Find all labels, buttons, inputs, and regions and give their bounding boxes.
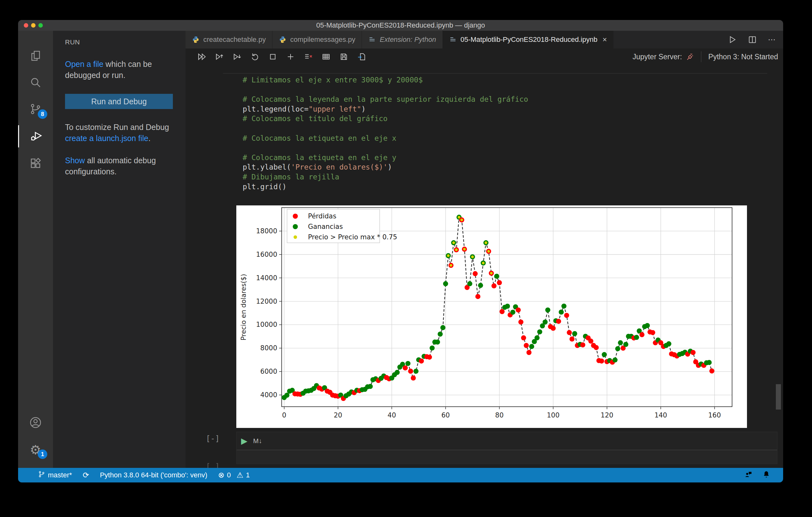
sidebar-item-source-control[interactable]: 8 xyxy=(18,99,53,121)
accounts-button[interactable] xyxy=(18,412,53,434)
code-line[interactable]: # Colocamos la etiqueta en el eje y xyxy=(243,153,528,162)
sync-icon: ⟳ xyxy=(83,472,89,479)
source-control-badge: 8 xyxy=(38,109,47,119)
python-interpreter-item[interactable]: Python 3.8.0 64-bit ('combo': venv) xyxy=(100,471,207,479)
sync-item[interactable]: ⟳ xyxy=(83,472,89,479)
svg-text:4000: 4000 xyxy=(260,391,277,399)
interrupt-icon[interactable] xyxy=(268,52,278,61)
run-below-icon[interactable] xyxy=(232,52,242,61)
svg-text:16000: 16000 xyxy=(256,251,277,258)
cell-collapse-marker[interactable]: [-] xyxy=(206,434,220,443)
scrollbar-thumb[interactable] xyxy=(776,384,781,409)
search-icon xyxy=(29,76,42,90)
extensions-icon xyxy=(29,157,42,171)
notebook-toolbar-icons xyxy=(185,52,366,61)
svg-text:80: 80 xyxy=(495,412,504,419)
notebook-body: # Limitamos el eje x entre 3000$ y 20000… xyxy=(185,65,783,468)
customize-hint: To customize Run and Debug create a laun… xyxy=(65,122,175,144)
save-icon[interactable] xyxy=(339,52,349,61)
code-line[interactable] xyxy=(243,143,528,153)
run-and-debug-button[interactable]: Run and Debug xyxy=(65,94,173,109)
cell-boundary xyxy=(223,73,767,73)
files-icon xyxy=(29,50,42,63)
export-icon[interactable] xyxy=(357,52,366,61)
code-line[interactable]: plt.ylabel('Precio en dolares($)') xyxy=(243,162,528,172)
svg-text:8000: 8000 xyxy=(260,344,277,352)
more-actions-icon[interactable]: ⋯ xyxy=(768,36,776,43)
show-configs-hint: Show all automatic debug configurations. xyxy=(65,155,175,177)
svg-text:14000: 14000 xyxy=(256,274,277,282)
svg-text:20: 20 xyxy=(334,412,342,419)
svg-text:Pérdidas: Pérdidas xyxy=(308,212,336,220)
sidebar-item-explorer[interactable] xyxy=(18,45,53,67)
problems-item[interactable]: ⊗ 0 ⚠ 1 xyxy=(218,471,250,479)
sidebar-item-search[interactable] xyxy=(18,72,53,94)
run-and-debug-icon xyxy=(29,129,44,144)
next-cell-marker[interactable]: [ ] xyxy=(206,462,220,468)
jupyter-disconnected-icon[interactable] xyxy=(686,53,694,61)
svg-text:Precio en dolares($): Precio en dolares($) xyxy=(240,274,248,340)
run-above-icon[interactable] xyxy=(215,52,224,61)
code-line[interactable]: plt.grid() xyxy=(243,182,528,192)
sidebar-item-extensions[interactable] xyxy=(18,153,53,175)
feedback-icon[interactable] xyxy=(745,470,753,480)
code-line[interactable]: # Limitamos el eje x entre 3000$ y 20000… xyxy=(243,75,528,85)
title-bar: 05-Matplotlib-PyConES2018-Reduced.ipynb … xyxy=(18,20,783,31)
markdown-cell[interactable]: ▶ M↓ xyxy=(236,432,777,464)
open-a-file-link[interactable]: Open a file xyxy=(65,60,104,68)
code-cell-editor[interactable]: # Limitamos el eje x entre 3000$ y 20000… xyxy=(243,75,528,191)
branch-icon xyxy=(38,470,46,480)
markdown-cell-header: ▶ M↓ xyxy=(237,432,777,450)
show-configurations-link[interactable]: Show xyxy=(65,156,85,165)
create-launch-json-link[interactable]: create a launch.json file xyxy=(65,134,148,143)
tab-bar: createcachetable.pycompilemessages.pyExt… xyxy=(185,31,783,49)
code-line[interactable]: # Dibujamos la rejilla xyxy=(243,172,528,182)
code-line[interactable] xyxy=(243,124,528,133)
cell-output-chart: 0204060801001201401604000600080001000012… xyxy=(236,205,747,428)
jupyter-server-label[interactable]: Jupyter Server: xyxy=(633,53,682,61)
svg-text:140: 140 xyxy=(655,412,667,419)
settings-badge: 1 xyxy=(38,450,47,459)
svg-text:10000: 10000 xyxy=(256,321,277,328)
variables-icon[interactable] xyxy=(321,52,331,61)
tab-05-matplotlib-pycones2018-reduced-ipynb[interactable]: 05-Matplotlib-PyConES2018-Reduced.ipynb× xyxy=(443,31,614,49)
svg-text:160: 160 xyxy=(708,412,721,419)
svg-text:12000: 12000 xyxy=(256,298,277,305)
svg-text:Ganancias: Ganancias xyxy=(308,223,343,231)
git-branch-item[interactable]: master* xyxy=(38,470,72,480)
editor-actions: ⋯ xyxy=(727,31,776,49)
code-line[interactable]: # Colocamos la etiqueta en el eje x xyxy=(243,133,528,143)
tab-extension-python[interactable]: Extension: Python xyxy=(362,31,442,49)
notebook-icon xyxy=(449,36,457,43)
svg-text:120: 120 xyxy=(601,412,613,419)
run-sidebar: RUN Open a file which can be debugged or… xyxy=(53,31,185,468)
markdown-indicator: M↓ xyxy=(253,437,262,445)
toolbar-separator xyxy=(701,51,701,62)
code-line[interactable]: # Colocamos la leyenda en la parte super… xyxy=(243,94,528,104)
code-line[interactable]: # Colocamos el título del gráfico xyxy=(243,114,528,124)
python-icon xyxy=(192,36,200,43)
run-icon[interactable] xyxy=(727,35,737,44)
open-file-hint: Open a file which can be debugged or run… xyxy=(65,59,175,81)
run-all-icon[interactable] xyxy=(197,52,206,61)
code-line[interactable]: plt.legend(loc="upper left") xyxy=(243,104,528,114)
tab-createcachetable-py[interactable]: createcachetable.py xyxy=(185,31,272,49)
clear-outputs-icon[interactable] xyxy=(303,52,313,61)
bell-icon[interactable] xyxy=(762,470,771,480)
svg-text:0: 0 xyxy=(282,412,286,419)
activity-bar: 8 ⚙ 1 xyxy=(18,31,53,468)
kernel-status[interactable]: Python 3: Not Started xyxy=(708,53,778,61)
add-cell-icon[interactable] xyxy=(286,52,295,61)
code-line[interactable] xyxy=(243,85,528,95)
svg-text:6000: 6000 xyxy=(260,368,277,375)
close-tab-icon[interactable]: × xyxy=(602,35,607,44)
restart-icon[interactable] xyxy=(250,52,260,61)
settings-button[interactable]: ⚙ 1 xyxy=(18,439,53,461)
run-cell-icon[interactable]: ▶ xyxy=(241,436,248,446)
sidebar-item-run-and-debug[interactable] xyxy=(18,125,54,147)
split-editor-icon[interactable] xyxy=(748,35,757,44)
account-icon xyxy=(29,416,42,430)
markdown-cell-body[interactable] xyxy=(237,450,777,463)
errors-icon: ⊗ xyxy=(218,472,224,479)
tab-compilemessages-py[interactable]: compilemessages.py xyxy=(272,31,362,49)
